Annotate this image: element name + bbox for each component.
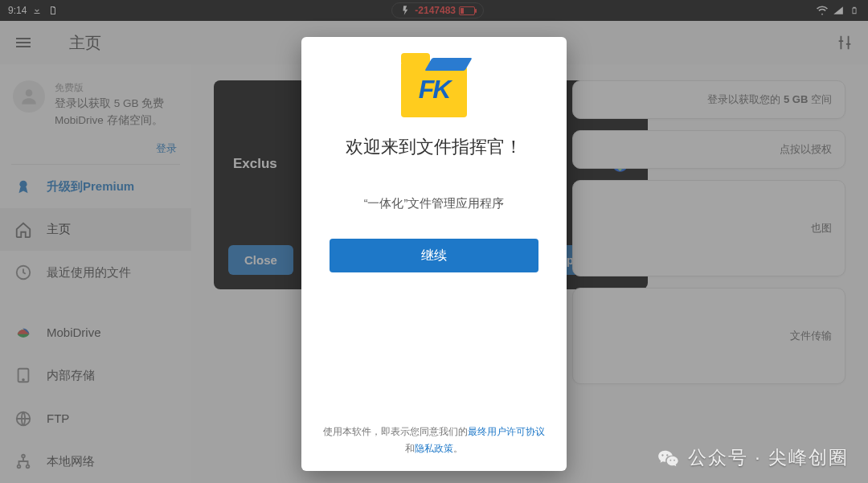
modal-subtitle-post: 文件管理应用程序 <box>407 197 504 210</box>
app-logo-icon: FK <box>401 61 467 117</box>
modal-subtitle-pre: “一体化” <box>364 197 408 210</box>
legal-pre: 使用本软件，即表示您同意我们的 <box>323 426 468 437</box>
wechat-icon <box>657 447 680 469</box>
watermark-text: 公众号 · 尖峰创圈 <box>688 445 849 470</box>
modal-scrim[interactable]: FK 欢迎来到文件指挥官！ “一体化”文件管理应用程序 继续 使用本软件，即表示… <box>0 0 868 483</box>
privacy-link[interactable]: 隐私政策 <box>415 443 453 454</box>
modal-legal: 使用本软件，即表示您同意我们的最终用户许可协议和隐私政策。 <box>319 424 549 456</box>
welcome-modal: FK 欢迎来到文件指挥官！ “一体化”文件管理应用程序 继续 使用本软件，即表示… <box>301 37 567 471</box>
modal-title: 欢迎来到文件指挥官！ <box>346 135 522 159</box>
legal-mid: 和 <box>405 443 415 454</box>
modal-subtitle: “一体化”文件管理应用程序 <box>364 196 505 211</box>
eula-link[interactable]: 最终用户许可协议 <box>468 426 545 437</box>
watermark: 公众号 · 尖峰创圈 <box>657 445 849 470</box>
continue-button[interactable]: 继续 <box>330 239 538 272</box>
legal-end: 。 <box>453 443 463 454</box>
